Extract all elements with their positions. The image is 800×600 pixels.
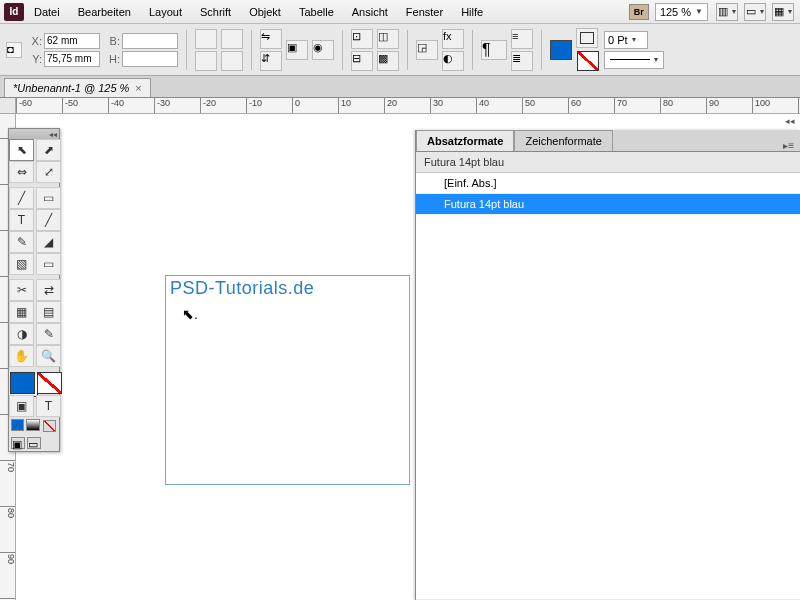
free-transform-tool[interactable]: ⇄ [36,279,61,301]
none-swatch-icon[interactable] [577,51,599,71]
h-field[interactable] [122,51,178,67]
hand-tool[interactable]: ✋ [9,345,34,367]
ruler-tick: 70 [614,98,627,114]
text-frame[interactable]: PSD-Tutorials.de [165,275,410,485]
menu-help[interactable]: Hilfe [453,3,491,21]
style-list: [Einf. Abs.] Futura 14pt blau [416,173,800,599]
menu-type[interactable]: Schrift [192,3,239,21]
direct-selection-tool[interactable]: ⬈ [36,139,61,161]
bridge-icon[interactable]: Br [629,4,649,20]
tab-character-styles[interactable]: Zeichenformate [514,130,612,151]
stroke-color-swatch[interactable] [37,372,62,394]
shear-btn[interactable] [221,51,243,71]
view-options-icon[interactable]: ▥▾ [716,3,738,21]
menu-layout[interactable]: Layout [141,3,190,21]
ruler-tick: 80 [0,506,16,518]
fit-content-icon[interactable]: ⊡ [351,29,373,49]
select-container-icon[interactable]: ▣ [286,40,308,60]
rectangle-tool[interactable]: ◢ [36,231,61,253]
menu-table[interactable]: Tabelle [291,3,342,21]
page-tool[interactable]: ⇔ [9,161,34,183]
scissors-tool[interactable]: ✂ [9,279,34,301]
reference-point-icon[interactable]: ◘ [6,42,22,58]
w-label: B: [106,35,120,47]
rotate-btn[interactable] [221,29,243,49]
shear-tool[interactable]: ▭ [36,253,61,275]
menu-window[interactable]: Fenster [398,3,451,21]
fit-frame-icon[interactable]: ⊟ [351,51,373,71]
eyedropper-tool[interactable]: ✎ [36,323,61,345]
type-tool[interactable]: T [9,209,34,231]
stroke-weight-field[interactable]: 0 Pt▾ [604,31,648,49]
fill-frame-icon[interactable]: ▩ [377,51,399,71]
x-label: X: [28,35,42,47]
screen-mode-icon[interactable]: ▭▾ [744,3,766,21]
gradient-feather-tool[interactable]: ▤ [36,301,61,323]
close-icon[interactable]: × [135,82,141,94]
ruler-tick: 90 [0,552,16,564]
selection-tool[interactable]: ⬉ [9,139,34,161]
zoom-select[interactable]: 125 %▼ [655,3,708,21]
stroke-swatch[interactable] [576,28,598,48]
text-wrap-icon[interactable]: ≡ [511,29,533,49]
w-field[interactable] [122,33,178,49]
effects-icon[interactable]: fx [442,29,464,49]
fill-swatch[interactable] [550,40,572,60]
tab-label: Zeichenformate [525,135,601,147]
document-tab-bar: *Unbenannt-1 @ 125 % × [0,76,800,98]
flip-h-icon[interactable]: ⇋ [260,29,282,49]
document-tab[interactable]: *Unbenannt-1 @ 125 % × [4,78,151,97]
apply-text-icon[interactable]: T [36,395,61,417]
zoom-tool[interactable]: 🔍 [36,345,61,367]
fill-color-swatch[interactable] [10,372,35,394]
ruler-tick: 40 [476,98,489,114]
pen-tool[interactable]: ╱ [9,187,34,209]
ruler-tick: 50 [522,98,535,114]
scale-x-btn[interactable] [195,29,217,49]
chevron-down-icon: ▼ [695,7,703,16]
center-content-icon[interactable]: ◫ [377,29,399,49]
style-row-basic[interactable]: [Einf. Abs.] [416,173,800,194]
toolbox-collapse-icon[interactable]: ◂◂ [9,129,59,139]
rectangle-frame-tool[interactable]: ▭ [36,187,61,209]
gradient-tool[interactable]: ▦ [9,301,34,323]
menu-view[interactable]: Ansicht [344,3,396,21]
apply-gradient-icon[interactable] [26,419,39,431]
scale-y-btn[interactable] [195,51,217,71]
apply-none-icon[interactable] [43,420,56,432]
ruler-origin[interactable] [0,98,16,114]
text-wrap2-icon[interactable]: ≣ [511,51,533,71]
style-row-futura[interactable]: Futura 14pt blau [416,194,800,215]
menu-edit[interactable]: Bearbeiten [70,3,139,21]
cursor-icon: ⬉. [182,306,198,322]
ruler-tick: -30 [154,98,170,114]
tab-paragraph-styles[interactable]: Absatzformate [416,130,514,151]
note-tool[interactable]: ◑ [9,323,34,345]
arrange-icon[interactable]: ▦▾ [772,3,794,21]
flip-v-icon[interactable]: ⇵ [260,51,282,71]
apply-color-icon[interactable] [11,419,24,431]
pencil-tool[interactable]: ✎ [9,231,34,253]
ruler-tick: 10 [338,98,351,114]
gradient-swatch-tool[interactable]: ▧ [9,253,34,275]
opacity-icon[interactable]: ◐ [442,51,464,71]
normal-view-icon[interactable]: ▣ [11,437,25,449]
preview-view-icon[interactable]: ▭ [27,437,41,449]
ruler-tick: -40 [108,98,124,114]
menu-file[interactable]: Datei [26,3,68,21]
corner-options-icon[interactable]: ◲ [416,40,438,60]
ruler-tick: 90 [706,98,719,114]
x-field[interactable]: 62 mm [44,33,100,49]
paragraph-style-p-icon[interactable]: ¶ [481,40,507,60]
gap-tool[interactable]: ⤢ [36,161,61,183]
menu-bar: Id Datei Bearbeiten Layout Schrift Objek… [0,0,800,24]
panel-collapse-strip[interactable]: ◂◂ [784,114,796,128]
select-content-icon[interactable]: ◉ [312,40,334,60]
stroke-style-select[interactable]: ▾ [604,51,664,69]
apply-container-icon[interactable]: ▣ [9,395,34,417]
line-tool[interactable]: ╱ [36,209,61,231]
panel-menu-icon[interactable]: ▸≡ [777,140,800,151]
ruler-horizontal[interactable]: -60 -50 -40 -30 -20 -10 0 10 20 30 40 50… [16,98,800,114]
menu-object[interactable]: Objekt [241,3,289,21]
y-field[interactable]: 75,75 mm [44,51,100,67]
